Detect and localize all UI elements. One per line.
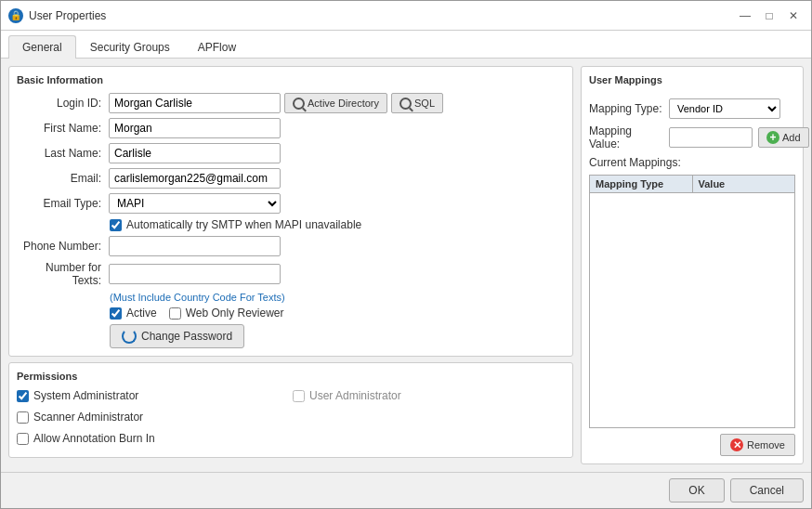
content-area: Basic Information Login ID: Active Direc…	[1, 59, 811, 472]
ok-button[interactable]: OK	[669, 478, 724, 502]
close-button[interactable]: ✕	[783, 6, 804, 26]
web-only-checkbox[interactable]	[169, 307, 181, 320]
right-panel: User Mappings Mapping Type: Vendor ID Em…	[581, 66, 804, 464]
title-bar-left: 🔒 User Properties	[8, 8, 106, 23]
minimize-button[interactable]: —	[735, 6, 755, 26]
tab-apflow[interactable]: APFlow	[184, 35, 250, 59]
add-icon: +	[766, 131, 779, 144]
perm-system-admin-row: System Administrator	[17, 389, 289, 402]
mapping-value-row: Mapping Value: + Add	[589, 124, 795, 150]
perm-scanner-admin-row: Scanner Administrator	[17, 411, 289, 424]
search-icon-ad	[293, 98, 305, 110]
remove-mapping-button[interactable]: ✕ Remove	[720, 434, 795, 456]
email-label: Email:	[17, 172, 105, 185]
email-type-select[interactable]: MAPI SMTP	[109, 193, 281, 214]
cancel-button[interactable]: Cancel	[730, 478, 804, 502]
login-id-label: Login ID:	[17, 97, 105, 110]
sql-button[interactable]: SQL	[391, 93, 443, 113]
texts-input[interactable]	[109, 264, 281, 284]
first-name-row: First Name:	[17, 118, 565, 138]
system-admin-label: System Administrator	[33, 389, 138, 402]
remove-icon: ✕	[730, 438, 743, 451]
first-name-label: First Name:	[17, 122, 105, 135]
mapping-type-row: Mapping Type: Vendor ID Employee ID Cust…	[589, 98, 795, 119]
perm-user-admin-row: User Administrator	[293, 389, 565, 402]
phone-row: Phone Number:	[17, 236, 565, 256]
last-name-row: Last Name:	[17, 143, 565, 163]
basic-info-section: Basic Information Login ID: Active Direc…	[8, 66, 573, 357]
user-mappings-section: User Mappings Mapping Type: Vendor ID Em…	[581, 66, 804, 464]
tab-bar: General Security Groups APFlow	[1, 31, 811, 59]
left-panel: Basic Information Login ID: Active Direc…	[8, 66, 573, 464]
user-admin-label: User Administrator	[309, 389, 401, 402]
change-password-button[interactable]: Change Password	[110, 324, 244, 348]
permissions-title: Permissions	[17, 371, 565, 382]
permissions-grid: System Administrator User Administrator …	[17, 389, 565, 450]
search-icon-sql	[399, 98, 412, 110]
mappings-table: Mapping Type Value	[589, 175, 795, 428]
annotation-label: Allow Annotation Burn In	[33, 432, 155, 445]
main-window: 🔒 User Properties — □ ✕ General Security…	[0, 0, 812, 509]
email-type-row: Email Type: MAPI SMTP	[17, 193, 565, 214]
country-code-note: (Must Include Country Code For Texts)	[110, 292, 565, 303]
tab-general[interactable]: General	[8, 35, 76, 59]
email-input[interactable]	[109, 168, 281, 189]
phone-label: Phone Number:	[17, 240, 105, 253]
mapping-value-input[interactable]	[669, 127, 753, 148]
mapping-value-label: Mapping Value:	[589, 124, 663, 150]
user-mappings-title: User Mappings	[589, 74, 795, 85]
last-name-input[interactable]	[109, 143, 281, 163]
texts-label: Number for Texts:	[17, 261, 105, 287]
login-id-row: Login ID: Active Directory SQL	[17, 93, 565, 113]
tab-security-groups[interactable]: Security Groups	[76, 35, 184, 59]
annotation-checkbox[interactable]	[17, 433, 29, 445]
permissions-section: Permissions System Administrator User Ad…	[8, 362, 573, 458]
mappings-table-header: Mapping Type Value	[590, 176, 794, 193]
mapping-value-header: Value	[693, 176, 795, 192]
footer: OK Cancel	[1, 472, 811, 508]
web-only-label: Web Only Reviewer	[186, 307, 284, 320]
basic-info-title: Basic Information	[17, 74, 565, 85]
current-mappings-label: Current Mappings:	[589, 156, 795, 169]
window-title: User Properties	[29, 9, 106, 22]
texts-row: Number for Texts:	[17, 261, 565, 287]
mapping-type-label: Mapping Type:	[589, 102, 663, 115]
title-bar: 🔒 User Properties — □ ✕	[1, 1, 811, 31]
last-name-label: Last Name:	[17, 147, 105, 160]
scanner-admin-label: Scanner Administrator	[33, 411, 143, 424]
title-bar-controls: — □ ✕	[735, 6, 804, 26]
active-label: Active	[126, 307, 157, 320]
smtp-checkbox-row: Automatically try SMTP when MAPI unavail…	[110, 218, 565, 231]
first-name-input[interactable]	[109, 118, 281, 138]
phone-input[interactable]	[109, 236, 281, 256]
smtp-label: Automatically try SMTP when MAPI unavail…	[126, 218, 361, 231]
system-admin-checkbox[interactable]	[17, 390, 29, 402]
change-password-icon	[122, 329, 137, 344]
mapping-type-header: Mapping Type	[590, 176, 693, 192]
email-row: Email:	[17, 168, 565, 189]
add-mapping-button[interactable]: + Add	[758, 127, 809, 148]
perm-annotation-row: Allow Annotation Burn In	[17, 432, 289, 445]
active-webonly-row: Active Web Only Reviewer	[110, 307, 565, 320]
main-area: Basic Information Login ID: Active Direc…	[8, 66, 804, 464]
smtp-checkbox[interactable]	[110, 219, 122, 231]
email-type-label: Email Type:	[17, 197, 105, 210]
mapping-type-select[interactable]: Vendor ID Employee ID Custom	[669, 98, 780, 119]
app-icon: 🔒	[8, 8, 23, 23]
maximize-button[interactable]: □	[759, 6, 779, 26]
user-admin-checkbox[interactable]	[293, 390, 305, 402]
active-directory-button[interactable]: Active Directory	[284, 93, 387, 113]
active-checkbox[interactable]	[110, 307, 122, 320]
login-id-inputs: Active Directory SQL	[109, 93, 443, 113]
scanner-admin-checkbox[interactable]	[17, 411, 29, 424]
login-id-input[interactable]	[109, 93, 281, 113]
